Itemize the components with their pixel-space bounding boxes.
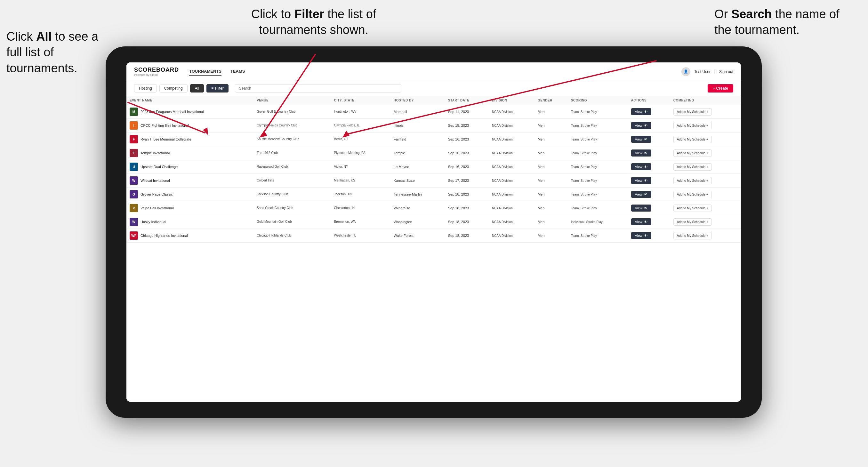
- view-button-5[interactable]: View 👁: [631, 177, 652, 184]
- cell-hosted-2: Fairfield: [391, 132, 445, 146]
- table-header-row: EVENT NAME VENUE CITY, STATE HOSTED BY S…: [126, 96, 741, 105]
- main-nav: TOURNAMENTS TEAMS: [189, 67, 245, 75]
- view-button-4[interactable]: View 👁: [631, 163, 652, 170]
- team-logo-1: I: [130, 121, 138, 130]
- user-name: Test User: [694, 69, 711, 74]
- add-schedule-button-7[interactable]: Add to My Schedule +: [673, 205, 712, 212]
- cell-competing-7: Add to My Schedule +: [670, 201, 741, 215]
- cell-city-9: Westchester, IL: [331, 229, 391, 243]
- view-button-8[interactable]: View 👁: [631, 218, 652, 225]
- cell-city-1: Olympia Fields, IL: [331, 119, 391, 132]
- search-input[interactable]: [235, 84, 401, 93]
- team-logo-3: T: [130, 149, 138, 157]
- cell-gender-4: Men: [534, 160, 568, 174]
- cell-gender-9: Men: [534, 229, 568, 243]
- cell-hosted-1: Illinois: [391, 119, 445, 132]
- toolbar: Hosting Competing All ≡ Filter + Create: [126, 81, 741, 96]
- view-button-6[interactable]: View 👁: [631, 191, 652, 198]
- create-button[interactable]: + Create: [708, 84, 733, 93]
- eye-icon-2: 👁: [644, 137, 648, 141]
- add-schedule-button-5[interactable]: Add to My Schedule +: [673, 177, 712, 184]
- eye-icon-7: 👁: [644, 206, 648, 210]
- cell-hosted-3: Temple: [391, 146, 445, 160]
- table-row: F Ryan T. Lee Memorial Collegiate Shuttl…: [126, 132, 741, 146]
- cell-city-7: Chesterton, IN: [331, 201, 391, 215]
- cell-venue-8: Gold Mountain Golf Club: [253, 215, 331, 229]
- cell-venue-9: Chicago Highlands Club: [253, 229, 331, 243]
- cell-hosted-5: Kansas State: [391, 174, 445, 188]
- view-button-1[interactable]: View 👁: [631, 122, 652, 129]
- nav-tab-tournaments[interactable]: TOURNAMENTS: [189, 67, 221, 75]
- cell-actions-8: View 👁: [628, 215, 670, 229]
- cell-scoring-6: Team, Stroke Play: [568, 188, 628, 201]
- team-logo-4: U: [130, 163, 138, 171]
- cell-city-2: Berlin, CT: [331, 132, 391, 146]
- cell-actions-6: View 👁: [628, 188, 670, 201]
- col-division: DIVISION: [489, 96, 534, 105]
- cell-scoring-3: Team, Stroke Play: [568, 146, 628, 160]
- cell-division-5: NCAA Division I: [489, 174, 534, 188]
- team-logo-7: V: [130, 204, 138, 212]
- table-row: U Upstate Dual Challenge Ravenwood Golf …: [126, 160, 741, 174]
- cell-division-1: NCAA Division I: [489, 119, 534, 132]
- table-row: G Grover Page Classic Jackson Country Cl…: [126, 188, 741, 201]
- logo-text: SCOREBOARD: [134, 67, 179, 73]
- cell-scoring-7: Team, Stroke Play: [568, 201, 628, 215]
- event-name-0: 2023 Joe Feaganes Marshall Invitational: [141, 110, 204, 114]
- cell-date-9: Sep 18, 2023: [445, 229, 489, 243]
- app-header: SCOREBOARD Powered by clippd TOURNAMENTS…: [126, 62, 741, 81]
- cell-event-3: T Temple Invitational: [126, 146, 253, 160]
- add-schedule-button-9[interactable]: Add to My Schedule +: [673, 232, 712, 240]
- col-competing: COMPETING: [670, 96, 741, 105]
- add-schedule-button-1[interactable]: Add to My Schedule +: [673, 122, 712, 129]
- col-event-name: EVENT NAME: [126, 96, 253, 105]
- event-name-5: Wildcat Invitational: [141, 179, 170, 182]
- cell-date-4: Sep 16, 2023: [445, 160, 489, 174]
- view-button-7[interactable]: View 👁: [631, 205, 652, 212]
- add-schedule-button-3[interactable]: Add to My Schedule +: [673, 150, 712, 157]
- cell-event-8: W Husky Individual: [126, 215, 253, 229]
- divider: |: [714, 69, 715, 74]
- cell-competing-8: Add to My Schedule +: [670, 215, 741, 229]
- cell-gender-1: Men: [534, 119, 568, 132]
- header-right: 👤 Test User | Sign out: [681, 67, 733, 76]
- logo-sub: Powered by clippd: [134, 73, 179, 76]
- eye-icon-5: 👁: [644, 179, 648, 182]
- eye-icon-0: 👁: [644, 110, 648, 114]
- event-name-1: OFCC Fighting Illini Invitational: [141, 124, 189, 127]
- add-schedule-button-2[interactable]: Add to My Schedule +: [673, 136, 712, 143]
- cell-scoring-5: Team, Stroke Play: [568, 174, 628, 188]
- add-schedule-button-6[interactable]: Add to My Schedule +: [673, 191, 712, 198]
- cell-competing-3: Add to My Schedule +: [670, 146, 741, 160]
- cell-competing-9: Add to My Schedule +: [670, 229, 741, 243]
- cell-date-7: Sep 18, 2023: [445, 201, 489, 215]
- table-row: M 2023 Joe Feaganes Marshall Invitationa…: [126, 105, 741, 119]
- tab-hosting[interactable]: Hosting: [134, 84, 157, 93]
- cell-venue-6: Jackson Country Club: [253, 188, 331, 201]
- cell-date-1: Sep 15, 2023: [445, 119, 489, 132]
- sign-out-link[interactable]: Sign out: [719, 69, 733, 74]
- cell-event-4: U Upstate Dual Challenge: [126, 160, 253, 174]
- cell-competing-1: Add to My Schedule +: [670, 119, 741, 132]
- col-venue: VENUE: [253, 96, 331, 105]
- team-logo-5: W: [130, 176, 138, 185]
- cell-scoring-0: Team, Stroke Play: [568, 105, 628, 119]
- filter-button[interactable]: ≡ Filter: [207, 84, 228, 93]
- add-schedule-button-8[interactable]: Add to My Schedule +: [673, 218, 712, 226]
- add-schedule-button-4[interactable]: Add to My Schedule +: [673, 163, 712, 170]
- cell-venue-7: Sand Creek Country Club: [253, 201, 331, 215]
- cell-scoring-1: Team, Stroke Play: [568, 119, 628, 132]
- cell-event-9: WF Chicago Highlands Invitational: [126, 229, 253, 243]
- tab-all[interactable]: All: [190, 84, 204, 93]
- nav-tab-teams[interactable]: TEAMS: [230, 67, 245, 75]
- add-schedule-button-0[interactable]: Add to My Schedule +: [673, 108, 712, 116]
- cell-venue-5: Colbert Hills: [253, 174, 331, 188]
- view-button-2[interactable]: View 👁: [631, 136, 652, 143]
- tournaments-table-container: EVENT NAME VENUE CITY, STATE HOSTED BY S…: [126, 96, 741, 402]
- col-city-state: CITY, STATE: [331, 96, 391, 105]
- view-button-0[interactable]: View 👁: [631, 108, 652, 115]
- view-button-9[interactable]: View 👁: [631, 232, 652, 239]
- tab-competing[interactable]: Competing: [159, 84, 188, 93]
- view-button-3[interactable]: View 👁: [631, 150, 652, 157]
- eye-icon-3: 👁: [644, 151, 648, 155]
